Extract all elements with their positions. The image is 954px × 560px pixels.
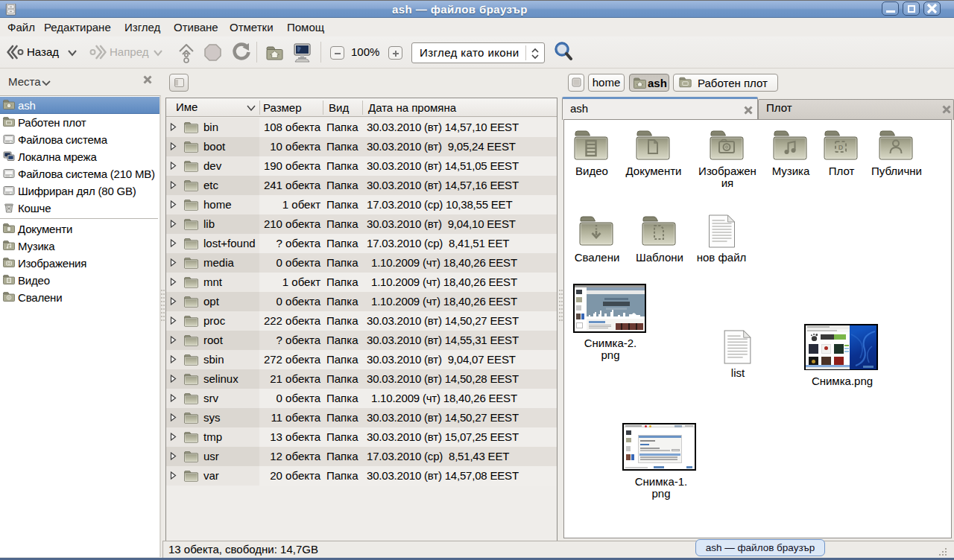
svg-text:D: D <box>838 144 844 151</box>
